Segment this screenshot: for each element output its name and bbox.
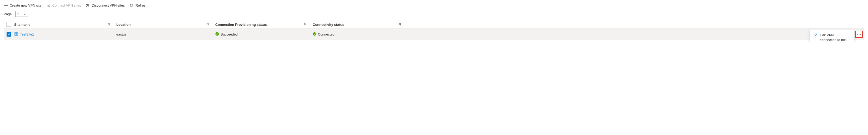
row-context-menu: Edit VPN connection to this hub Delete V… [810, 29, 854, 42]
col-connectivity-label: Connectivity status [313, 23, 344, 27]
create-label: Create new VPN site [10, 3, 41, 7]
refresh-button[interactable]: Refresh [129, 3, 148, 7]
disconnect-icon [86, 3, 90, 7]
location-value: eastus [116, 32, 126, 36]
connectivity-status: Connected [313, 32, 335, 37]
select-all-cell[interactable] [4, 22, 14, 27]
vpn-site-resource-icon [14, 32, 19, 37]
svg-rect-10 [17, 34, 18, 36]
page-select[interactable]: 1 [15, 11, 28, 17]
connectivity-value: Connected [318, 32, 335, 36]
col-header-location[interactable]: Location [114, 22, 213, 27]
sort-icon [107, 22, 111, 27]
grid-header: Site name Location Connection Provisioni… [4, 21, 864, 29]
svg-point-3 [49, 5, 50, 7]
menu-edit-label: Edit VPN connection to this hub [820, 33, 851, 42]
col-header-site[interactable]: Site name [14, 22, 114, 27]
svg-rect-9 [15, 34, 16, 36]
refresh-label: Refresh [135, 3, 148, 7]
command-bar: Create new VPN site Connect VPN sites Di… [4, 3, 864, 10]
chevron-down-icon [24, 12, 26, 15]
plus-icon [4, 3, 8, 7]
success-icon [313, 32, 316, 37]
page-value: 1 [17, 12, 19, 16]
svg-point-2 [47, 4, 49, 5]
col-location-label: Location [116, 23, 130, 27]
svg-point-13 [857, 34, 858, 35]
vpn-sites-grid: Site name Location Connection Provisioni… [4, 21, 864, 40]
site-name: TestSite1 [20, 32, 34, 36]
edit-icon [813, 33, 817, 37]
row-checkbox[interactable] [7, 32, 11, 37]
svg-point-4 [87, 4, 88, 5]
create-vpn-site-button[interactable]: Create new VPN site [4, 3, 41, 7]
sort-icon [398, 22, 402, 27]
svg-rect-8 [17, 32, 18, 34]
pager: Page: 1 [4, 10, 864, 21]
col-provisioning-label: Connection Provisioning status [215, 23, 267, 27]
svg-point-5 [88, 5, 89, 7]
svg-rect-7 [15, 32, 16, 34]
provisioning-value: Succeeded [221, 32, 238, 36]
provisioning-status: Succeeded [215, 32, 238, 37]
select-all-checkbox[interactable] [7, 22, 11, 27]
success-icon [215, 32, 219, 37]
row-more-button[interactable] [856, 31, 863, 38]
col-header-connectivity[interactable]: Connectivity status [311, 22, 405, 27]
connect-icon [46, 3, 51, 7]
row-select-cell[interactable] [4, 32, 14, 37]
col-header-provisioning[interactable]: Connection Provisioning status [213, 22, 311, 27]
menu-edit-connection[interactable]: Edit VPN connection to this hub [810, 31, 854, 42]
connect-label: Connect VPN sites [52, 3, 81, 7]
svg-point-14 [859, 34, 860, 35]
site-link[interactable]: TestSite1 [14, 32, 34, 37]
connect-vpn-sites-button[interactable]: Connect VPN sites [46, 3, 81, 7]
col-site-label: Site name [14, 23, 30, 27]
sort-icon [304, 22, 307, 27]
sort-icon [206, 22, 210, 27]
svg-point-15 [860, 34, 861, 35]
pager-label: Page: [4, 12, 12, 16]
refresh-icon [129, 3, 134, 7]
table-row[interactable]: TestSite1 eastus Succeeded Connected [4, 29, 864, 40]
disconnect-vpn-sites-button[interactable]: Disconnect VPN sites [86, 3, 125, 7]
disconnect-label: Disconnect VPN sites [92, 3, 125, 7]
